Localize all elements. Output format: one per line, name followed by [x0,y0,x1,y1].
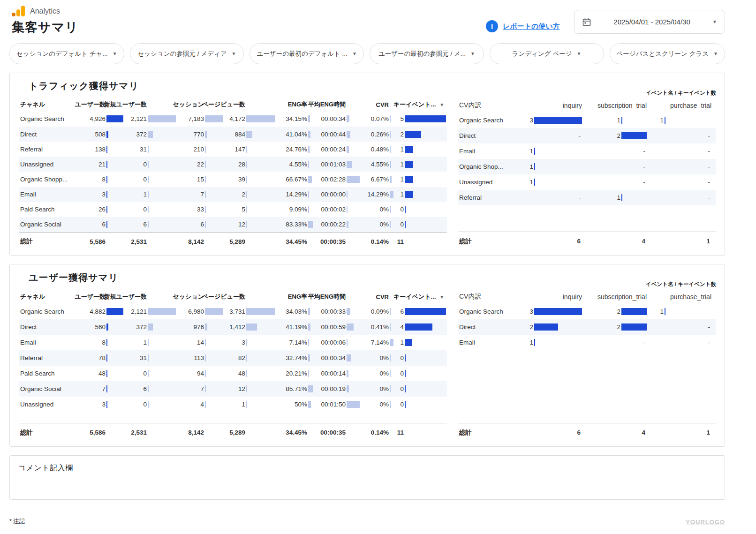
metric-cell: 2 [582,128,647,143]
info-icon[interactable]: i [486,20,498,32]
table-row[interactable]: Paid Search480944820.21%00:00:140%0 [19,366,447,381]
data-bar-zone [106,161,123,168]
table-row[interactable]: Organic Search321 [458,304,716,319]
filter-chip-label: ユーザーの最初のデフォルト ... [257,50,348,58]
table-row[interactable]: Organic Social6661283.33%00:00:220%0 [19,217,447,232]
table-row[interactable]: Direct-2- [458,128,716,143]
data-bar-zone [205,370,223,377]
table-row[interactable]: Unassigned21022284.55%00:01:034.55%1 [19,157,447,172]
table-row[interactable]: Unassigned1-- [458,174,716,190]
cell-value: 1 [393,339,404,346]
cell-value: 34.45% [275,238,307,245]
metric-cell: 0 [123,202,176,217]
channel-cell: Unassigned [19,397,79,412]
table-row[interactable]: Email811437.14%00:00:067.14%1 [19,335,447,350]
metric-cell: 2 [223,187,275,202]
total-cell: 総計 [458,423,518,442]
metric-cell: 0% [360,366,393,381]
data-bar-zone [308,323,313,331]
metric-cell: 976 [176,319,223,335]
cell-value: 94 [176,370,204,377]
date-range-picker[interactable]: 2025/04/01 - 2025/04/30 ▼ [574,10,725,34]
metric-cell: 4,172 [223,112,275,127]
cell-value: 00:00:22 [313,221,346,228]
data-bar-zone [390,221,393,228]
metric-cell: - [518,190,582,205]
table-row[interactable]: Email1-- [458,143,716,159]
filter-chip-landing-page[interactable]: ランディング ページ ▼ [490,43,604,64]
metric-cell: 1 [393,187,446,202]
data-bar-zone [148,131,176,138]
chevron-down-icon: ▼ [470,51,475,56]
table-row[interactable]: Organic Social7671285.71%00:00:190%0 [19,381,447,397]
filter-chip-first-user-source-medium[interactable]: ユーザーの最初の参照元 / メ... ▼ [370,43,484,64]
total-cell: 6 [518,232,582,250]
table-row[interactable]: Referral1383121014724.76%00:00:240.48%1 [19,142,447,157]
filter-chip-session-default-channel[interactable]: セッションのデフォルト チャ... ▼ [9,43,124,64]
data-bar-zone [246,161,275,168]
data-bar-zone [148,308,176,315]
metric-cell: 28 [223,157,275,172]
metric-cell: 00:00:34 [313,112,360,127]
metric-cell: 32.74% [275,350,313,366]
chevron-down-icon[interactable]: ▼ [439,294,444,300]
table-row[interactable]: Organic Search311 [458,113,716,128]
data-bar [246,191,247,198]
table-row[interactable]: Organic Search4,8822,1216,9803,73134.03%… [19,304,447,319]
table-row[interactable]: Referral78311138232.74%00:00:340%0 [19,350,447,366]
metric-cell: 6 [123,217,176,232]
table-row[interactable]: Direct5603729761,41241.19%00:00:590.41%4 [19,319,447,335]
table-row[interactable]: Organic Search4,9262,1217,1834,17234.15%… [19,112,447,127]
data-bar-zone [390,146,393,153]
section-title: ユーザー獲得サマリ [19,271,118,284]
data-bar-zone [106,238,123,245]
cell-value: 1 [393,146,404,153]
data-bar [148,339,149,346]
comment-box: コメント記入欄 [9,455,725,500]
metric-cell: - [647,319,711,335]
metric-cell: 14 [176,335,223,350]
help-link[interactable]: レポートの使い方 [503,22,560,31]
report-help[interactable]: i レポートの使い方 [486,20,560,32]
cell-value: 3 [223,339,245,346]
cell-value: 00:02:28 [313,176,346,183]
data-bar-zone [665,308,711,315]
cell-value: 6 [123,221,147,228]
column-header[interactable]: キーイベント...▼ [393,290,446,304]
filter-chip-label: セッションの参照元 / メディア [137,50,227,58]
metric-cell: 00:02:28 [313,172,360,187]
data-bar-zone [148,206,176,213]
cell-value: ENG率 [275,293,307,301]
data-bar-zone [308,308,313,315]
table-row[interactable]: Email1-- [458,335,716,350]
data-bar-zone [665,117,711,124]
data-bar [347,401,360,408]
logo-bar-short [16,9,20,16]
table-row[interactable]: Referral-1- [458,190,716,205]
filter-chip-session-source-medium[interactable]: セッションの参照元 / メディア ▼ [130,43,244,64]
data-bar [308,131,310,138]
cell-value: - [518,194,581,201]
filter-chip-first-user-default-channel[interactable]: ユーザーの最初のデフォルト ... ▼ [249,43,364,64]
data-bar-zone [405,323,446,331]
data-bar-zone [308,370,313,377]
filter-chip-page-path-screen-class[interactable]: ページパスとスクリーン クラス ▼ [610,43,725,64]
metric-cell: 24.76% [275,142,313,157]
table-row[interactable]: Direct50837277088441.04%00:00:440.26%2 [19,127,447,142]
table-row[interactable]: Direct22- [458,319,716,335]
data-bar-zone [246,131,275,138]
data-bar-zone [534,148,582,155]
data-bar-zone [148,401,176,408]
table-row[interactable]: Email317214.29%00:00:0014.29%1 [19,187,447,202]
table-row[interactable]: Organic Shopp...80153966.67%00:02:286.67… [19,172,447,187]
cell-value: 1 [518,148,533,155]
cell-value: 00:00:00 [313,191,346,198]
metric-cell: 6 [79,217,123,232]
column-header[interactable]: キーイベント...▼ [393,98,446,112]
cell-value: 4 [393,323,404,331]
table-row[interactable]: Paid Search2603359.09%00:00:020%0 [19,202,447,217]
chevron-down-icon[interactable]: ▼ [439,102,444,107]
cell-value: 1 [393,161,404,168]
table-row[interactable]: Organic Shop...1-- [458,159,716,174]
table-row[interactable]: Unassigned304150%00:01:500%0 [19,397,447,412]
